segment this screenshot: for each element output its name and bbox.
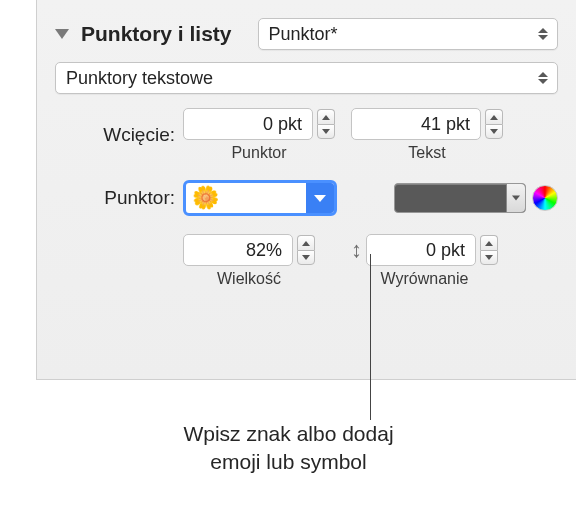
text-indent-stepper[interactable]: [485, 109, 503, 139]
bullet-color-controls: [394, 183, 558, 213]
bullet-indent-value[interactable]: 0 pkt: [183, 108, 313, 140]
callout-line1: Wpisz znak albo dodaj: [183, 422, 393, 445]
text-indent-value[interactable]: 41 pkt: [351, 108, 481, 140]
stepper-down-icon[interactable]: [317, 124, 335, 139]
bullet-row: Punktor: 🌼: [55, 180, 558, 216]
bullet-indent-field[interactable]: 0 pkt: [183, 108, 335, 140]
stepper-up-icon[interactable]: [317, 109, 335, 124]
size-align-row: 82% Wielkość ↕ 0 pkt Wyrównanie: [55, 234, 558, 288]
indent-label: Wcięcie:: [55, 124, 183, 146]
bullet-type-value: Punktory tekstowe: [66, 68, 535, 89]
stepper-up-icon[interactable]: [297, 235, 315, 250]
size-value[interactable]: 82%: [183, 234, 293, 266]
indent-row: Wcięcie: 0 pkt Punktor 41 pkt Tekst: [55, 108, 558, 162]
align-value[interactable]: 0 pkt: [366, 234, 476, 266]
chevron-down-icon[interactable]: [306, 183, 334, 213]
bullet-indent-sublabel: Punktor: [231, 144, 286, 162]
list-style-select[interactable]: Punktor*: [258, 18, 558, 50]
bullet-char-combo[interactable]: 🌼: [183, 180, 337, 216]
disclosure-triangle-icon[interactable]: [55, 29, 69, 39]
stepper-down-icon[interactable]: [297, 250, 315, 265]
align-field[interactable]: ↕ 0 pkt: [351, 234, 498, 266]
text-indent-sublabel: Tekst: [408, 144, 445, 162]
callout-line2: emoji lub symbol: [210, 450, 366, 473]
stepper-up-icon[interactable]: [485, 109, 503, 124]
bullet-char-value[interactable]: 🌼: [186, 183, 306, 213]
bullet-indent-stepper[interactable]: [317, 109, 335, 139]
size-stepper[interactable]: [297, 235, 315, 265]
align-sublabel: Wyrównanie: [381, 270, 469, 288]
color-wheel-icon[interactable]: [532, 185, 558, 211]
panel-header: Punktory i listy Punktor*: [55, 18, 558, 50]
stepper-down-icon[interactable]: [480, 250, 498, 265]
list-style-value: Punktor*: [269, 24, 535, 45]
align-stepper[interactable]: [480, 235, 498, 265]
callout: Wpisz znak albo dodaj emoji lub symbol: [0, 386, 577, 477]
updown-icon: [535, 72, 551, 84]
panel-title: Punktory i listy: [81, 22, 232, 46]
stepper-up-icon[interactable]: [480, 235, 498, 250]
size-sublabel: Wielkość: [217, 270, 281, 288]
stepper-down-icon[interactable]: [485, 124, 503, 139]
vertical-align-icon: ↕: [351, 237, 362, 263]
bullet-type-select[interactable]: Punktory tekstowe: [55, 62, 558, 94]
bullets-lists-panel: Punktory i listy Punktor* Punktory tekst…: [36, 0, 576, 380]
size-field[interactable]: 82%: [183, 234, 315, 266]
bullet-label: Punktor:: [55, 187, 183, 209]
text-indent-field[interactable]: 41 pkt: [351, 108, 503, 140]
bullet-color-swatch[interactable]: [394, 183, 526, 213]
callout-text: Wpisz znak albo dodaj emoji lub symbol: [0, 420, 577, 477]
updown-icon: [535, 28, 551, 40]
